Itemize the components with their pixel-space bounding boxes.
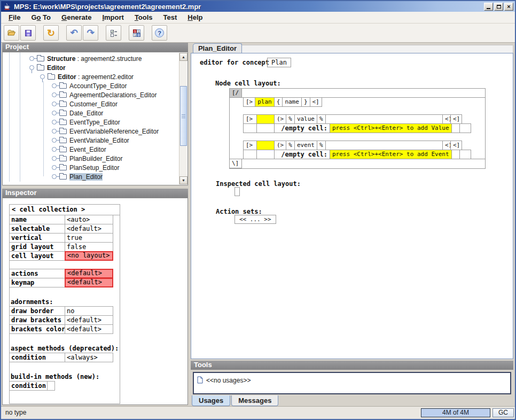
gc-button[interactable]: GC	[492, 408, 514, 417]
expand-handle-icon[interactable]	[29, 56, 34, 61]
empty-cell-hint[interactable]: press <Ctrl>+<Enter> to add Value	[330, 123, 452, 133]
tree-item-customer-editor[interactable]: Customer_Editor	[3, 99, 187, 108]
expand-handle-icon[interactable]	[52, 138, 57, 143]
expand-handle-icon[interactable]	[52, 83, 57, 88]
tree-item-plan-editor-selected[interactable]: Plan_Editor	[3, 172, 187, 181]
preferences-button[interactable]	[106, 25, 121, 41]
collection-close-cell[interactable]: \]	[229, 159, 242, 168]
tree-item-date-editor[interactable]: Date_Editor	[3, 108, 187, 118]
tree-item-eventvariable-editor[interactable]: EventVariable_Editor	[3, 136, 187, 145]
property-value-error[interactable]: <default>	[65, 278, 113, 287]
cell[interactable]	[243, 150, 257, 159]
menu-help[interactable]: Help	[182, 12, 208, 22]
menu-file[interactable]: File	[3, 12, 26, 22]
cell[interactable]	[451, 150, 460, 159]
ref-cell[interactable]: value	[294, 114, 317, 124]
menu-generate[interactable]: Generate	[56, 12, 97, 22]
property-value[interactable]: <default>	[65, 224, 113, 234]
cell[interactable]: (>	[274, 141, 286, 150]
inspected-empty-cell[interactable]	[234, 187, 240, 196]
expand-handle-icon[interactable]	[52, 165, 57, 170]
cell[interactable]: }	[301, 97, 310, 107]
scrollbar-thumb[interactable]	[180, 86, 187, 146]
menu-test[interactable]: Test	[158, 12, 183, 22]
cell[interactable]: %	[317, 114, 326, 124]
cell[interactable]: %	[317, 141, 326, 150]
cell[interactable]	[325, 114, 443, 124]
property-value-error[interactable]: <no layout>	[65, 251, 113, 261]
menu-tools[interactable]: Tools	[129, 12, 158, 22]
cell[interactable]	[459, 150, 471, 159]
expand-handle-icon[interactable]	[52, 156, 57, 161]
close-button[interactable]: ×	[504, 3, 513, 11]
cell[interactable]	[256, 123, 275, 133]
maximize-button[interactable]	[494, 3, 503, 11]
property-value-empty[interactable]	[47, 381, 55, 391]
cell[interactable]: <]	[310, 97, 322, 107]
cell[interactable]: %	[286, 141, 295, 150]
cell[interactable]	[325, 141, 443, 150]
tree-scrollbar[interactable]: ▲ ▼	[179, 53, 187, 184]
expand-handle-icon[interactable]	[52, 111, 57, 115]
tree-item-event-editor[interactable]: Event_Editor	[3, 145, 187, 154]
cell[interactable]	[256, 150, 275, 159]
property-value[interactable]: <always>	[65, 353, 113, 362]
cell[interactable]: [>	[243, 114, 257, 124]
property-value[interactable]: true	[65, 233, 113, 243]
collection-open-cell[interactable]: [/	[229, 88, 242, 98]
usages-view[interactable]: <<no usages>>	[193, 372, 511, 394]
property-value[interactable]: <auto>	[65, 215, 113, 224]
tree-item-planbuilder-editor[interactable]: PlanBuilder_Editor	[3, 154, 187, 163]
property-value[interactable]: no	[65, 306, 113, 316]
empty-cell-hint[interactable]: press <Ctrl>+<Enter> to add Event	[330, 150, 452, 159]
cell[interactable]: [>	[243, 141, 257, 150]
property-cell[interactable]: name	[282, 97, 302, 107]
cell[interactable]	[243, 123, 257, 133]
empty-yellow-cell[interactable]	[256, 114, 275, 124]
property-value[interactable]: <default>	[65, 324, 113, 334]
cell[interactable]	[459, 123, 471, 133]
expand-handle-icon[interactable]	[52, 92, 57, 97]
tree-item-editor-model[interactable]: Editor : agreement2.editor	[3, 72, 187, 81]
cell[interactable]: %	[286, 114, 295, 124]
undo-button[interactable]: ↶	[66, 25, 82, 41]
cell[interactable]: {	[274, 97, 283, 107]
expand-handle-icon[interactable]	[52, 120, 57, 125]
ref-cell[interactable]: event	[294, 141, 317, 150]
cell[interactable]: <)	[442, 114, 451, 124]
collapse-handle-icon[interactable]	[40, 74, 45, 79]
action-sets-cell[interactable]: << ... >>	[234, 215, 276, 224]
help-button[interactable]: ?	[152, 25, 167, 41]
tab-messages[interactable]: Messages	[231, 395, 278, 406]
memory-indicator[interactable]: 4M of 4M	[421, 408, 490, 417]
cell-collection-header[interactable]: < cell collection >	[10, 205, 120, 215]
tree-item-agreementdeclarations-editor[interactable]: AgreementDeclarations_Editor	[3, 90, 187, 99]
expand-handle-icon[interactable]	[52, 147, 57, 152]
cell[interactable]: <]	[450, 114, 462, 124]
cell[interactable]: <)	[442, 141, 451, 150]
reload-button[interactable]: ↻	[43, 25, 59, 41]
expand-handle-icon[interactable]	[52, 174, 57, 179]
cell[interactable]: <]	[450, 141, 462, 150]
concept-name-cell[interactable]: Plan	[267, 58, 291, 67]
keyword-cell[interactable]: plan	[255, 97, 275, 107]
cell[interactable]	[451, 123, 460, 133]
menu-goto[interactable]: Go To	[26, 12, 56, 22]
tree-item-plansetup-editor[interactable]: PlanSetup_Editor	[3, 163, 187, 172]
expand-handle-icon[interactable]	[52, 129, 57, 134]
tree-item-structure[interactable]: Structure : agreement2.structure	[3, 54, 187, 63]
property-value[interactable]: false	[65, 242, 113, 252]
cell[interactable]: [>	[243, 97, 255, 107]
open-project-button[interactable]	[4, 25, 19, 41]
redo-button[interactable]: ↷	[83, 25, 98, 41]
save-button[interactable]	[20, 25, 36, 41]
property-value-error[interactable]: <default>	[65, 269, 113, 278]
tab-plan-editor[interactable]: Plan_Editor	[193, 43, 242, 53]
property-value[interactable]: <default>	[65, 315, 113, 325]
expand-handle-icon[interactable]	[52, 102, 57, 106]
tab-usages[interactable]: Usages	[192, 395, 230, 406]
scroll-up-button[interactable]: ▲	[179, 53, 187, 61]
tree-item-eventvariablereference-editor[interactable]: EventVariableReference_Editor	[3, 127, 187, 136]
tree-item-eventtype-editor[interactable]: EventType_Editor	[3, 118, 187, 127]
collapse-handle-icon[interactable]	[29, 65, 34, 70]
